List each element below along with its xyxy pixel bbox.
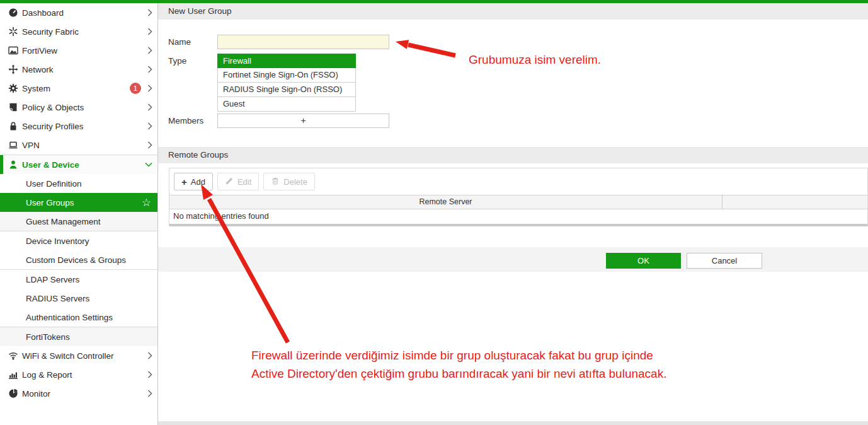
name-label: Name [168,35,191,49]
sidebar-item-policy-objects[interactable]: Policy & Objects [0,98,157,117]
annotation-note-2: Firewall üzerinde verdiğimiz isimde bir … [251,346,666,383]
lock-icon [8,121,22,131]
sidebar-item-fortitokens[interactable]: FortiTokens [0,327,157,346]
chevron-right-icon [147,141,152,149]
type-option-firewall[interactable]: Firewall [217,54,356,68]
sidebar-item-label: System [22,84,130,93]
pie-chart-icon [8,388,22,399]
notification-badge: 1 [130,83,141,94]
remote-groups-section: + Add Edit Delete Remote Server No match… [169,168,868,226]
name-input[interactable] [217,35,389,49]
annotation-note-1: Grubumuza isim verelim. [469,53,601,67]
chevron-right-icon [147,390,152,397]
user-icon [8,160,22,170]
type-option-fsso[interactable]: Fortinet Single Sign-On (FSSO) [217,68,356,83]
sidebar-item-label: User & Device [22,160,142,170]
cancel-button[interactable]: Cancel [687,253,762,269]
fortigate-page: Dashboard Security Fabric FortiView Netw… [0,0,868,425]
sidebar-item-fortiview[interactable]: FortiView [0,41,157,60]
sidebar-item-label: User Groups [26,198,142,207]
sidebar-item-ldap-servers[interactable]: LDAP Servers [0,270,157,289]
sidebar-item-monitor[interactable]: Monitor [0,384,157,403]
sidebar-item-label: Custom Devices & Groups [26,255,151,265]
sidebar-item-system[interactable]: System 1 [0,79,157,98]
plus-icon: + [181,177,187,187]
sidebar-item-label: Device Inventory [26,236,151,246]
type-option-guest[interactable]: Guest [217,97,356,112]
sidebar-item-user-definition[interactable]: User Definition [0,174,157,193]
members-add-field[interactable]: + [217,114,389,128]
remote-groups-table: Remote Server No matching entries found [169,195,867,226]
trash-icon [271,177,280,187]
pencil-icon [225,177,234,187]
vpn-monitor-icon [8,140,22,150]
gear-icon [8,83,22,93]
type-option-list: Firewall Fortinet Single Sign-On (FSSO) … [217,54,356,112]
table-header-row: Remote Server [169,195,867,209]
sidebar-item-radius-servers[interactable]: RADIUS Servers [0,289,157,308]
sidebar-item-guest-management[interactable]: Guest Management [0,212,157,231]
sidebar-item-vpn[interactable]: VPN [0,136,157,154]
form-footer: OK Cancel [158,247,868,272]
remote-groups-toolbar: + Add Edit Delete [169,168,867,195]
sidebar-item-label: WiFi & Switch Controller [22,351,145,361]
chevron-right-icon [147,371,152,378]
chevron-right-icon [147,122,152,130]
chevron-right-icon [147,9,152,16]
type-label: Type [168,54,186,68]
sidebar-item-wifi-switch-controller[interactable]: WiFi & Switch Controller [0,346,157,365]
chevron-right-icon [147,28,152,35]
edit-button[interactable]: Edit [217,173,259,190]
sidebar-item-user-groups[interactable]: User Groups ☆ [0,193,157,212]
column-header-secondary [722,195,867,209]
edit-button-label: Edit [237,177,251,187]
sidebar-item-security-profiles[interactable]: Security Profiles [0,117,157,136]
sidebar-item-log-report[interactable]: Log & Report [0,365,157,384]
security-fabric-icon [8,26,22,37]
chevron-down-icon [145,162,152,167]
sidebar-item-label: Monitor [22,389,145,399]
sidebar-item-label: User Definition [26,179,151,189]
delete-button-label: Delete [283,177,307,187]
page-title: New User Group [158,3,868,20]
sidebar-item-user-device[interactable]: User & Device [0,155,157,174]
bottom-strip [158,421,868,425]
sidebar-item-label: Authentication Settings [26,313,151,322]
sidebar-item-label: Guest Management [26,217,151,226]
empty-table-row: No matching entries found [169,209,867,224]
sidebar-item-label: VPN [22,141,145,150]
sidebar-item-dashboard[interactable]: Dashboard [0,3,157,22]
policy-document-icon [8,102,22,112]
sidebar-item-network[interactable]: Network [0,60,157,79]
favorite-star-icon[interactable]: ☆ [142,197,151,208]
sidebar-item-label: Dashboard [22,8,145,18]
annotation-note-2-line-1: Firewall üzerinde verdiğimiz isimde bir … [251,346,666,364]
chevron-right-icon [147,84,152,92]
add-button-label: Add [191,177,205,187]
plus-icon: + [300,115,306,125]
sidebar-item-label: Network [22,65,145,74]
fortiview-icon [8,45,22,55]
sidebar-item-authentication-settings[interactable]: Authentication Settings [0,308,157,327]
chevron-right-icon [147,103,152,111]
network-icon [8,64,22,74]
ok-button[interactable]: OK [606,253,681,269]
sidebar-item-label: Log & Report [22,370,145,380]
sidebar-item-label: Security Profiles [22,122,145,131]
sidebar-item-label: Policy & Objects [22,103,145,112]
sidebar-item-label: Security Fabric [22,27,145,37]
chevron-right-icon [147,352,152,359]
sidebar-item-security-fabric[interactable]: Security Fabric [0,22,157,41]
type-option-rsso[interactable]: RADIUS Single Sign-On (RSSO) [217,83,356,97]
bar-chart-icon [8,370,22,380]
sidebar-item-label: RADIUS Servers [26,294,151,303]
sidebar-item-device-inventory[interactable]: Device Inventory [0,231,157,250]
table-bottom-bar [169,224,867,226]
chevron-right-icon [147,47,152,54]
wifi-icon [8,351,22,361]
delete-button[interactable]: Delete [263,173,315,190]
sidebar-item-label: LDAP Servers [26,275,151,284]
sidebar-item-custom-devices-groups[interactable]: Custom Devices & Groups [0,250,157,269]
chevron-right-icon [147,66,152,73]
add-button[interactable]: + Add [174,173,213,190]
